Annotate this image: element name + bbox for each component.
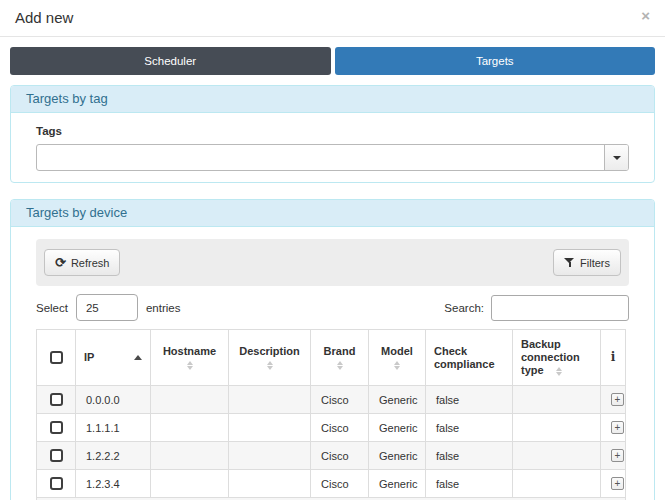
modal-title: Add new xyxy=(15,9,73,27)
sort-both-icon xyxy=(556,366,562,377)
targets-by-tag-panel: Targets by tag Tags xyxy=(10,85,655,183)
refresh-button-label: Refresh xyxy=(71,257,110,269)
sort-asc-icon xyxy=(134,355,142,360)
cell-info[interactable]: + xyxy=(601,470,626,498)
expand-row-icon[interactable]: + xyxy=(611,477,624,490)
cell-check_compliance: false xyxy=(426,386,513,414)
targets-by-tag-body: Tags xyxy=(11,113,654,182)
page-length-input[interactable] xyxy=(76,294,138,321)
column-label: Brand xyxy=(324,345,356,357)
table-row: 1.2.2.2CiscoGenericfalse+ xyxy=(37,442,626,470)
cell-backup_connection_type xyxy=(513,414,601,442)
cell-description xyxy=(229,386,311,414)
cell-hostname xyxy=(151,470,229,498)
row-checkbox[interactable] xyxy=(50,393,63,406)
cell-info[interactable]: + xyxy=(601,414,626,442)
table-toolbar: ⟳ Refresh Filters xyxy=(36,239,629,286)
row-checkbox[interactable] xyxy=(50,421,63,434)
cell-check_compliance: false xyxy=(426,470,513,498)
cell-checkbox[interactable] xyxy=(37,470,76,498)
table-controls: Select entries Search: xyxy=(36,294,629,321)
column-header-hostname[interactable]: Hostname xyxy=(151,330,229,386)
cell-model: Generic xyxy=(369,442,426,470)
targets-by-device-heading: Targets by device xyxy=(11,200,654,227)
modal-body: Scheduler Targets Targets by tag Tags Ta… xyxy=(0,37,665,500)
filter-icon xyxy=(564,257,575,268)
add-new-modal: Add new × Scheduler Targets Targets by t… xyxy=(0,0,665,500)
select-label: Select xyxy=(36,302,68,314)
tab-scheduler[interactable]: Scheduler xyxy=(10,47,331,75)
expand-row-icon[interactable]: + xyxy=(611,449,624,462)
filters-button-label: Filters xyxy=(580,257,610,269)
refresh-button[interactable]: ⟳ Refresh xyxy=(44,249,120,276)
close-icon[interactable]: × xyxy=(641,9,650,23)
cell-check_compliance: false xyxy=(426,414,513,442)
cell-hostname xyxy=(151,414,229,442)
sort-both-icon xyxy=(377,361,417,370)
filters-button[interactable]: Filters xyxy=(553,249,621,276)
cell-brand: Cisco xyxy=(311,414,369,442)
info-column-icon: i xyxy=(611,350,616,364)
column-header-backup_connection_type[interactable]: Backup connection type xyxy=(513,330,601,386)
search-input[interactable] xyxy=(491,295,629,321)
cell-description xyxy=(229,442,311,470)
tags-select-value xyxy=(37,145,604,170)
sort-both-icon xyxy=(159,361,220,370)
column-header-info: i xyxy=(601,330,626,386)
search-label: Search: xyxy=(444,302,484,314)
cell-description xyxy=(229,470,311,498)
column-label: Description xyxy=(239,345,300,357)
column-header-description[interactable]: Description xyxy=(229,330,311,386)
modal-header: Add new × xyxy=(0,0,665,37)
cell-ip: 1.2.3.4 xyxy=(76,470,151,498)
table-row: 1.1.1.1CiscoGenericfalse+ xyxy=(37,414,626,442)
cell-checkbox[interactable] xyxy=(37,414,76,442)
entries-label: entries xyxy=(146,302,181,314)
sort-both-icon xyxy=(319,361,360,370)
row-checkbox[interactable] xyxy=(50,477,63,490)
expand-row-icon[interactable]: + xyxy=(611,421,624,434)
cell-checkbox[interactable] xyxy=(37,386,76,414)
device-table-body: 0.0.0.0CiscoGenericfalse+1.1.1.1CiscoGen… xyxy=(37,386,626,500)
table-row: 0.0.0.0CiscoGenericfalse+ xyxy=(37,386,626,414)
cell-model: Generic xyxy=(369,470,426,498)
cell-brand: Cisco xyxy=(311,386,369,414)
cell-ip: 1.2.2.2 xyxy=(76,442,151,470)
cell-hostname xyxy=(151,386,229,414)
tags-select[interactable] xyxy=(36,144,629,171)
table-row: 1.2.3.4CiscoGenericfalse+ xyxy=(37,470,626,498)
cell-info[interactable]: + xyxy=(601,442,626,470)
cell-info[interactable]: + xyxy=(601,386,626,414)
targets-by-tag-heading: Targets by tag xyxy=(11,86,654,113)
expand-row-icon[interactable]: + xyxy=(611,393,624,406)
tab-targets[interactable]: Targets xyxy=(335,47,656,75)
cell-check_compliance: false xyxy=(426,442,513,470)
header-row: IPHostnameDescriptionBrandModelCheck com… xyxy=(37,330,626,386)
column-header-ip[interactable]: IP xyxy=(76,330,151,386)
column-header-brand[interactable]: Brand xyxy=(311,330,369,386)
cell-backup_connection_type xyxy=(513,442,601,470)
cell-model: Generic xyxy=(369,386,426,414)
cell-description xyxy=(229,414,311,442)
column-label: Hostname xyxy=(163,345,216,357)
column-header-check_compliance: Check compliance xyxy=(426,330,513,386)
device-table: IPHostnameDescriptionBrandModelCheck com… xyxy=(36,329,626,500)
page-length-control: Select entries xyxy=(36,294,181,321)
refresh-icon: ⟳ xyxy=(55,256,66,269)
select-all-checkbox[interactable] xyxy=(50,351,63,364)
targets-by-device-body: ⟳ Refresh Filters Select entries xyxy=(11,227,654,500)
column-label: Backup connection type xyxy=(521,338,580,376)
targets-by-device-panel: Targets by device ⟳ Refresh Filters xyxy=(10,199,655,500)
column-label: Check compliance xyxy=(434,345,495,370)
column-header-model[interactable]: Model xyxy=(369,330,426,386)
tab-row: Scheduler Targets xyxy=(10,47,655,75)
cell-hostname xyxy=(151,442,229,470)
column-header-checkbox[interactable] xyxy=(37,330,76,386)
tags-select-caret-button[interactable] xyxy=(604,145,628,170)
row-checkbox[interactable] xyxy=(50,449,63,462)
cell-checkbox[interactable] xyxy=(37,442,76,470)
column-label: IP xyxy=(84,351,94,364)
cell-ip: 1.1.1.1 xyxy=(76,414,151,442)
cell-backup_connection_type xyxy=(513,470,601,498)
tags-label: Tags xyxy=(36,124,629,138)
